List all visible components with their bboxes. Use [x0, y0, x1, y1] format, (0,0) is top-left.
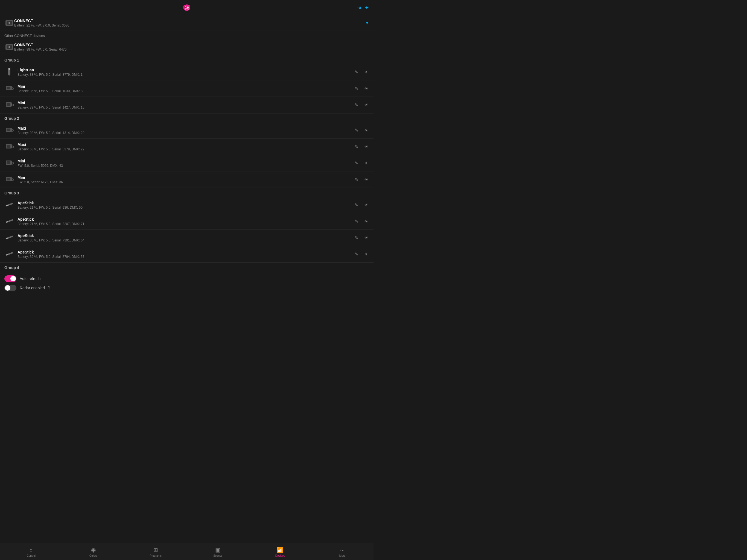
svg-point-8 — [185, 7, 186, 8]
group-header-0: Group 1 — [0, 55, 374, 64]
svg-rect-18 — [8, 68, 10, 70]
light-button-g2-d2[interactable]: ☀ — [363, 234, 369, 241]
edit-button-g2-d3[interactable]: ✎ — [354, 251, 359, 258]
device-info-g2-d3: ApeStick Battery: 39 %, FW: 5.0, Serial:… — [18, 250, 354, 259]
device-details-g1-d1: Battery: 63 %, FW: 5.0, Serial: 5379, DM… — [18, 147, 354, 151]
device-icon-g2-d1 — [4, 216, 14, 227]
device-info-g1-d0: Maxi Battery: 92 %, FW: 5.0, Serial: 131… — [18, 126, 354, 135]
device-icon-g2-d3 — [4, 249, 14, 259]
edit-button-g2-d2[interactable]: ✎ — [354, 234, 359, 241]
group-section-0: Group 1 LightCan Battery: 38 %, FW: 5.0,… — [0, 55, 374, 113]
device-row-g0-d2[interactable]: Mini Battery: 79 %, FW: 5.0, Serial: 142… — [0, 97, 374, 113]
other-devices-label: Other CONNECT devices — [4, 34, 45, 38]
device-name-g0-d1: Mini — [18, 84, 354, 88]
auto-refresh-row: Auto refresh — [4, 275, 369, 282]
light-button-g2-d0[interactable]: ☀ — [363, 201, 369, 209]
auto-refresh-label: Auto refresh — [20, 276, 41, 281]
device-row-g1-d3[interactable]: Mini FW: 5.0, Serial: 6172, DMX: 36 ✎ ☀ — [0, 172, 374, 188]
edit-button-g2-d0[interactable]: ✎ — [354, 201, 359, 209]
device-row-g2-d0[interactable]: ApeStick Battery: 21 %, FW: 5.0, Serial:… — [0, 197, 374, 213]
device-details-g1-d0: Battery: 92 %, FW: 5.0, Serial: 1314, DM… — [18, 131, 354, 135]
content-area: CONNECT Battery: 21 %, FW: 3.0.0, Serial… — [0, 15, 374, 317]
connected-device-details: Battery: 21 %, FW: 3.0.0, Serial: 3086 — [14, 24, 69, 27]
device-info-g2-d1: ApeStick Battery: 21 %, FW: 5.0, Serial:… — [18, 217, 354, 226]
radar-help-icon[interactable]: ? — [48, 285, 51, 290]
device-name-g1-d2: Mini — [18, 159, 354, 163]
light-button-g1-d1[interactable]: ☀ — [363, 143, 369, 150]
svg-point-25 — [12, 104, 13, 105]
edit-button-g0-d1[interactable]: ✎ — [354, 85, 359, 92]
device-name-g1-d1: Maxi — [18, 143, 354, 147]
device-info-g1-d2: Mini FW: 5.0, Serial: 5059, DMX: 43 — [18, 159, 354, 168]
device-icon-g1-d1 — [4, 142, 14, 152]
device-details-g1-d2: FW: 5.0, Serial: 5059, DMX: 43 — [18, 164, 354, 168]
device-actions-g0-d0: ✎ ☀ — [354, 68, 369, 76]
device-name-g2-d1: ApeStick — [18, 217, 354, 222]
login-icon[interactable]: ⇥ — [357, 4, 361, 11]
device-details-g0-d1: Battery: 36 %, FW: 5.0, Serial: 1030, DM… — [18, 89, 354, 93]
svg-point-29 — [12, 130, 13, 131]
light-button-g0-d0[interactable]: ☀ — [363, 68, 369, 76]
bluetooth-header-icon[interactable]: ✦ — [364, 4, 369, 11]
edit-button-g1-d2[interactable]: ✎ — [354, 159, 359, 167]
light-button-g0-d1[interactable]: ☀ — [363, 85, 369, 92]
device-icon-g0-d1 — [4, 83, 14, 94]
edit-button-g2-d1[interactable]: ✎ — [354, 218, 359, 225]
svg-point-37 — [12, 163, 13, 164]
device-name-g2-d0: ApeStick — [18, 201, 354, 205]
svg-rect-22 — [6, 87, 10, 90]
other-connect-device-row[interactable]: CONNECT Battery: 88 %, FW: 5.0, Serial: … — [0, 40, 374, 55]
settings-section: Auto refresh Radar enabled ? — [0, 272, 374, 298]
device-name-g1-d0: Maxi — [18, 126, 354, 130]
device-actions-g0-d1: ✎ ☀ — [354, 85, 369, 92]
device-row-g2-d3[interactable]: ApeStick Battery: 39 %, FW: 5.0, Serial:… — [0, 246, 374, 262]
device-details-g1-d3: FW: 5.0, Serial: 6172, DMX: 36 — [18, 180, 354, 184]
svg-rect-26 — [6, 103, 10, 106]
svg-point-41 — [12, 179, 13, 180]
groups-container: Group 1 LightCan Battery: 38 %, FW: 5.0,… — [0, 55, 374, 272]
edit-button-g1-d0[interactable]: ✎ — [354, 127, 359, 134]
device-row-g0-d1[interactable]: Mini Battery: 36 %, FW: 5.0, Serial: 103… — [0, 80, 374, 97]
light-button-g1-d3[interactable]: ☀ — [363, 176, 369, 183]
light-button-g1-d0[interactable]: ☀ — [363, 127, 369, 134]
edit-button-g0-d2[interactable]: ✎ — [354, 101, 359, 108]
svg-point-13 — [8, 22, 10, 24]
other-connect-name: CONNECT — [14, 43, 369, 47]
light-button-g2-d3[interactable]: ☀ — [363, 251, 369, 258]
device-info-g0-d1: Mini Battery: 36 %, FW: 5.0, Serial: 103… — [18, 84, 354, 93]
group-header-2: Group 3 — [0, 188, 374, 197]
light-button-g1-d2[interactable]: ☀ — [363, 159, 369, 167]
device-icon-g1-d2 — [4, 158, 14, 169]
group-header-1: Group 2 — [0, 113, 374, 122]
device-icon-g1-d3 — [4, 174, 14, 185]
device-info-g1-d3: Mini FW: 5.0, Serial: 6172, DMX: 36 — [18, 175, 354, 184]
device-actions-g1-d3: ✎ ☀ — [354, 176, 369, 183]
svg-rect-30 — [6, 128, 10, 131]
group-section-2: Group 3 ApeStick Battery: 21 %, FW: 5.0,… — [0, 188, 374, 262]
device-row-g1-d1[interactable]: Maxi Battery: 63 %, FW: 5.0, Serial: 537… — [0, 138, 374, 155]
device-row-g1-d2[interactable]: Mini FW: 5.0, Serial: 5059, DMX: 43 ✎ ☀ — [0, 155, 374, 172]
device-actions-g1-d1: ✎ ☀ — [354, 143, 369, 150]
device-row-g2-d2[interactable]: ApeStick Battery: 86 %, FW: 5.0, Serial:… — [0, 230, 374, 246]
device-name-g0-d0: LightCan — [18, 68, 354, 72]
connected-device-row[interactable]: CONNECT Battery: 21 %, FW: 3.0.0, Serial… — [0, 15, 374, 31]
device-row-g0-d0[interactable]: LightCan Battery: 38 %, FW: 5.0, Serial:… — [0, 64, 374, 80]
light-button-g0-d2[interactable]: ☀ — [363, 101, 369, 108]
device-details-g2-d2: Battery: 86 %, FW: 5.0, Serial: 7391, DM… — [18, 238, 354, 242]
light-button-g2-d1[interactable]: ☀ — [363, 218, 369, 225]
radar-enabled-toggle[interactable] — [4, 285, 17, 291]
edit-button-g0-d0[interactable]: ✎ — [354, 68, 359, 76]
connected-device-info: CONNECT Battery: 21 %, FW: 3.0.0, Serial… — [14, 19, 69, 27]
edit-button-g1-d1[interactable]: ✎ — [354, 143, 359, 150]
device-details-g2-d3: Battery: 39 %, FW: 5.0, Serial: 8794, DM… — [18, 255, 354, 259]
device-info-g0-d2: Mini Battery: 79 %, FW: 5.0, Serial: 142… — [18, 101, 354, 109]
device-details-g2-d1: Battery: 21 %, FW: 5.0, Serial: 3207, DM… — [18, 222, 354, 226]
device-actions-g0-d2: ✎ ☀ — [354, 101, 369, 108]
app-logo — [182, 3, 192, 12]
device-row-g2-d1[interactable]: ApeStick Battery: 21 %, FW: 5.0, Serial:… — [0, 213, 374, 230]
auto-refresh-toggle[interactable] — [4, 275, 17, 282]
device-name-g2-d3: ApeStick — [18, 250, 354, 254]
radar-enabled-label: Radar enabled — [20, 286, 45, 290]
edit-button-g1-d3[interactable]: ✎ — [354, 176, 359, 183]
device-row-g1-d0[interactable]: Maxi Battery: 92 %, FW: 5.0, Serial: 131… — [0, 122, 374, 138]
